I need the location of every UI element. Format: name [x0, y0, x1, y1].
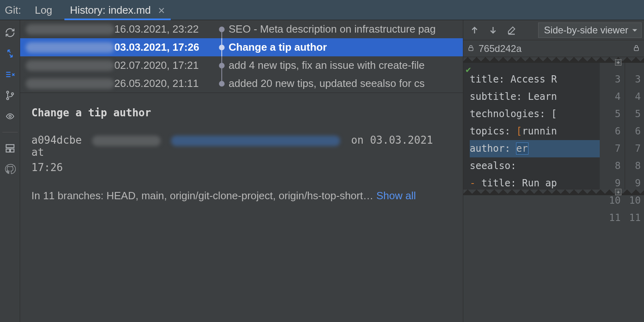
lines-diff-icon[interactable] [4, 68, 16, 80]
separator [2, 132, 18, 132]
main-area: 16.03.2021, 23:22SEO - Meta description … [0, 20, 644, 322]
fold-expand-top[interactable]: + [615, 59, 621, 66]
layout-icon[interactable] [4, 142, 16, 154]
gutter-right: 34567891011 [625, 63, 644, 190]
graph-node-icon [219, 45, 225, 50]
git-prefix-label: Git: [4, 0, 26, 20]
svg-point-3 [9, 115, 11, 118]
commit-meta: a094dcbe on 03.03.2021 at [31, 134, 452, 158]
inspection-ok-icon: ✔ [466, 64, 471, 74]
gutter-line: 6 [600, 123, 621, 140]
svg-rect-8 [634, 47, 639, 51]
fold-expand-bottom[interactable]: + [615, 189, 621, 195]
prev-change-icon[interactable] [469, 25, 480, 36]
author-redacted [26, 78, 114, 89]
close-icon[interactable]: ✕ [158, 6, 165, 16]
lock-icon-right [633, 43, 640, 54]
code-line: topics: [runnin [470, 123, 600, 140]
commit-title: Change a tip author [31, 107, 452, 119]
gutter-line: 5 [600, 105, 621, 123]
code-line: subtitle: Learn [470, 88, 600, 105]
diff-editor[interactable]: ✔ + title: Access Rsubtitle: Learntechno… [463, 63, 644, 190]
center-column: 16.03.2021, 23:22SEO - Meta description … [20, 20, 463, 322]
graph-node-icon [219, 27, 225, 32]
tab-history[interactable]: History: index.md ✕ [61, 0, 174, 20]
eye-icon[interactable] [4, 110, 16, 122]
email-redacted [171, 136, 340, 146]
diff-hash-bar: 765d242a [463, 40, 644, 57]
code-line: technologies: [ [470, 105, 600, 123]
commit-hash: a094dcbe [31, 134, 82, 146]
tab-history-label: History: index.md [70, 4, 151, 16]
gutter-line: 11 [600, 209, 621, 227]
left-tool-rail [0, 20, 20, 322]
commit-date: 16.03.2021, 23:22 [114, 23, 219, 35]
refresh-icon[interactable] [4, 27, 16, 39]
tab-log[interactable]: Log [26, 0, 61, 20]
author-redacted [92, 136, 161, 146]
show-all-link[interactable]: Show all [376, 190, 416, 202]
commit-date: 03.03.2021, 17:26 [114, 41, 219, 54]
commit-message: add 4 new tips, fix an issue with create… [229, 59, 425, 72]
code-line: author: er [470, 140, 600, 157]
gutter-line: 11 [625, 209, 641, 227]
next-change-icon[interactable] [487, 25, 499, 36]
gutter-line: 4 [625, 88, 641, 105]
svg-rect-5 [6, 149, 10, 152]
github-icon[interactable] [4, 163, 16, 175]
commit-row[interactable]: 03.03.2021, 17:26Change a tip author [20, 38, 463, 56]
gutter-line: 3 [625, 71, 641, 88]
commit-branches: In 11 branches: HEAD, main, origin/git-c… [31, 190, 452, 202]
code-line: seealso: [470, 157, 600, 175]
compare-icon[interactable] [4, 47, 16, 60]
commit-date: 02.07.2020, 17:21 [114, 59, 219, 72]
commit-list: 16.03.2021, 23:22SEO - Meta description … [20, 20, 463, 93]
svg-point-2 [11, 93, 13, 95]
branches-text: In 11 branches: HEAD, main, origin/git-c… [31, 190, 374, 202]
viewer-mode-dropdown[interactable]: Side-by-side viewer [538, 23, 642, 38]
commit-row[interactable]: 26.05.2020, 21:11added 20 new tips, upda… [20, 74, 463, 93]
gutter-line: 3 [600, 71, 621, 88]
gutter-line: 7 [600, 140, 621, 157]
diff-panel: Side-by-side viewer 765d242a ✔ + title: … [463, 20, 644, 322]
commit-row[interactable]: 02.07.2020, 17:21add 4 new tips, fix an … [20, 56, 463, 74]
graph-node-icon [219, 63, 225, 68]
author-redacted [26, 42, 114, 53]
git-tabs-bar: Git: Log History: index.md ✕ [0, 0, 644, 20]
commit-message: Change a tip author [229, 41, 327, 54]
graph-node-icon [219, 81, 225, 87]
gutter-line: 8 [625, 157, 641, 175]
author-redacted [26, 24, 114, 35]
diff-code: title: Access Rsubtitle: Learntechnologi… [463, 63, 600, 190]
commit-message: SEO - Meta description on infrastructure… [229, 23, 436, 35]
svg-point-0 [6, 91, 8, 93]
commit-details: Change a tip author a094dcbe on 03.03.20… [20, 93, 463, 322]
commit-date: 26.05.2020, 21:11 [114, 77, 219, 90]
edit-icon[interactable] [506, 25, 517, 36]
svg-rect-4 [6, 144, 14, 148]
gutter-line: 7 [625, 140, 641, 157]
gutter-left: 34567891011 [600, 63, 625, 190]
commit-when-time: 17:26 [31, 161, 452, 173]
svg-rect-7 [469, 47, 473, 51]
diff-commit-hash: 765d242a [479, 43, 522, 54]
code-line: title: Access R [470, 71, 600, 88]
commit-row[interactable]: 16.03.2021, 23:22SEO - Meta description … [20, 20, 463, 38]
gutter-line: 8 [600, 157, 621, 175]
gutter-line: 5 [625, 105, 641, 123]
author-redacted [26, 60, 114, 71]
svg-rect-6 [10, 149, 14, 152]
code-line: - title: Run ap [470, 175, 600, 190]
commit-message: added 20 new tips, updated seealso for c… [229, 77, 425, 90]
lock-icon [467, 43, 475, 54]
gutter-line: 6 [625, 123, 641, 140]
gutter-line: 4 [600, 88, 621, 105]
branch-icon[interactable] [4, 89, 16, 101]
diff-toolbar: Side-by-side viewer [463, 20, 644, 40]
svg-point-1 [6, 98, 8, 100]
